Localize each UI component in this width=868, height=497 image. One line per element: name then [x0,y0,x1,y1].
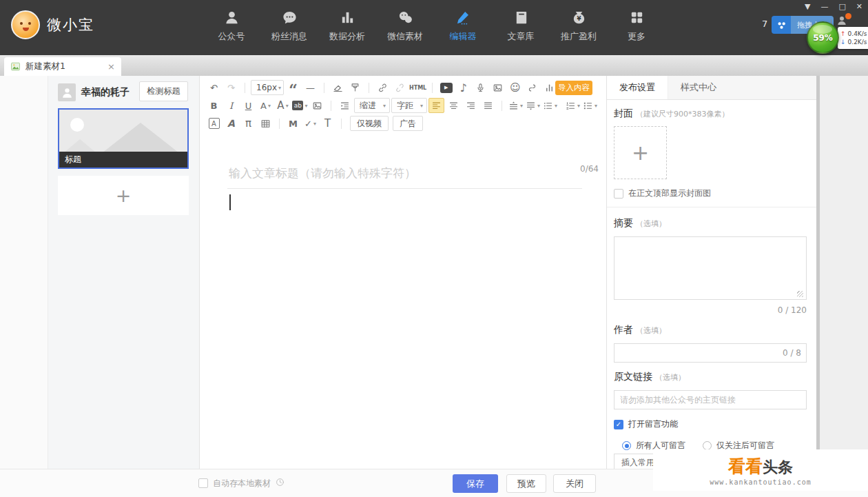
window-minimize-button[interactable]: — [820,2,828,12]
italic-button[interactable]: I [223,98,239,113]
cover-size-hint: （建议尺寸900*383像素） [636,109,730,119]
format-painter-button[interactable] [347,80,363,95]
text-tool-button[interactable]: T [320,116,335,131]
align-center-button[interactable] [446,98,462,113]
insert-audio-button[interactable]: ♪ [455,80,471,95]
save-button[interactable]: 保存 [453,474,498,493]
bold-button[interactable]: B [206,98,222,113]
line-height-button[interactable]: ▾ [508,98,524,113]
author-section-label: 作者 （选填） [614,324,666,336]
art-text-button[interactable]: A [223,116,239,131]
insert-table-button[interactable] [258,116,273,131]
tab-publish-settings[interactable]: 发布设置 [607,76,668,99]
summary-textarea[interactable] [614,236,807,300]
check-icon: ✓ [616,420,621,428]
nav-item-promotion[interactable]: ¥ 推广盈利 [550,8,608,43]
radio-everyone-selected[interactable] [622,441,631,450]
align-right-button[interactable] [463,98,479,113]
font-size-select[interactable]: 16px ▾ [251,80,284,95]
cover-on-top-checkbox[interactable] [614,189,623,199]
blockquote-button[interactable]: “ [285,80,301,95]
import-content-button[interactable]: 导入内容 [555,81,592,95]
nav-item-fan-messages[interactable]: 粉丝消息 [260,8,318,43]
window-maximize-button[interactable]: □ [838,2,845,12]
autosave-checkbox[interactable] [198,478,208,488]
window-close-button[interactable]: ✕ [856,2,862,12]
insert-emoji-button[interactable]: ☺ [507,80,523,95]
author-input[interactable] [614,343,807,363]
video-only-button[interactable]: 仅视频 [350,116,389,131]
insert-voice-button[interactable] [473,80,488,95]
horizontal-rule-button[interactable]: — [302,80,318,95]
clear-format-button[interactable] [330,80,346,95]
tab-style-center[interactable]: 样式中心 [668,76,729,99]
picture-doc-icon [10,61,21,72]
insert-video-button[interactable]: ▶ [438,80,454,95]
nav-item-more[interactable]: 更多 [608,8,665,43]
letter-spacing-select[interactable]: 字距 ▾ [391,98,427,113]
tab-new-material[interactable]: 新建素材1 × [4,57,121,76]
undo-button[interactable]: ↶ [206,80,222,95]
comment-checkbox-checked[interactable]: ✓ [614,420,623,429]
add-article-card[interactable]: + [58,176,189,215]
bullet-list-button[interactable]: ▾ [542,98,558,113]
highlight-color-button[interactable]: ab ▾ [292,98,308,113]
overlay-count: 7 [762,19,767,29]
spellcheck-button[interactable]: ✓ ▾ [302,116,318,131]
app-logo: 微小宝 [11,10,94,39]
font-color-button[interactable]: A ▾ [258,98,273,113]
nav-item-article-library[interactable]: 文章库 [492,8,550,43]
notification-person-icon[interactable] [836,15,849,28]
person-icon [224,8,240,26]
check-title-button[interactable]: 检测标题 [139,81,188,101]
tab-close-icon[interactable]: × [107,61,115,72]
add-cover-button[interactable]: + [614,126,667,179]
align-left-button[interactable] [428,98,444,113]
music-note-icon: ♪ [460,81,467,94]
watermark-brand: 看看 头条 [728,455,793,478]
title-char-counter: 0/64 [580,164,599,174]
underline-button[interactable]: U [240,98,256,113]
insert-link-button[interactable] [375,80,391,95]
article-title-input[interactable] [227,165,582,181]
nav-item-analytics[interactable]: 数据分析 [318,8,376,43]
find-replace-button[interactable]: M [285,116,301,131]
source-link-input[interactable] [614,390,807,409]
chevron-down-icon: ▾ [383,103,386,109]
optional-hint: （选填） [636,325,666,336]
ad-button[interactable]: 广告 [393,116,423,131]
panel-scrollbar[interactable] [816,76,820,469]
indent-select[interactable]: 缩进 ▾ [354,98,390,113]
nav-item-wechat-material[interactable]: 微信素材 [376,8,434,43]
align-justify-button[interactable] [480,98,496,113]
watermark-brand-orange: 看看 [728,455,763,478]
nav-item-official-account[interactable]: 公众号 [203,8,260,43]
indent-button[interactable] [337,98,353,113]
window-menu-button[interactable]: ▼ [805,2,810,12]
font-family-button[interactable]: A ▾ [275,98,291,113]
insert-image-button[interactable] [490,80,506,95]
paragraph-spacing-button[interactable]: ▾ [525,98,541,113]
redo-button[interactable]: ↷ [223,80,239,95]
inline-image-button[interactable] [309,98,325,113]
char-border-button[interactable]: A [206,116,222,131]
html-source-button[interactable]: HTML [409,80,426,95]
nav-item-editor[interactable]: 编辑器 [434,8,492,43]
list-style-button[interactable]: ▾ [582,98,598,113]
accelerator-ball[interactable]: 59% [807,21,839,54]
eraser-icon [333,83,343,93]
indent-icon [340,101,350,111]
resize-handle[interactable] [797,291,803,297]
plus-icon: + [116,185,132,206]
account-avatar[interactable] [58,83,76,101]
toolbar-row-2: B I U A ▾ A ▾ ab ▾ 缩进 [200,97,606,114]
close-button[interactable]: 关闭 [553,474,596,493]
numbered-list-icon [566,101,576,111]
remove-link-button[interactable] [392,80,408,95]
insert-card-link-button[interactable] [524,80,540,95]
article-thumbnail-selected[interactable]: 标题 [58,108,189,169]
numbered-list-button[interactable]: ▾ [565,98,581,113]
formula-button[interactable]: π [240,116,256,131]
toolbar-divider [369,83,369,93]
preview-button[interactable]: 预览 [506,474,546,493]
